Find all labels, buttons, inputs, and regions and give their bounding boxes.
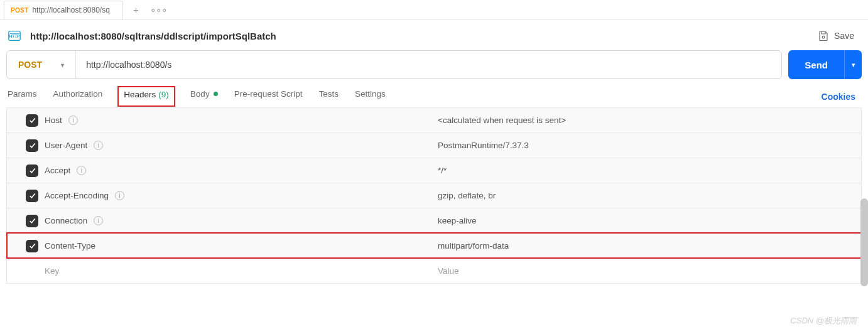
send-button-group: Send ▾ bbox=[788, 50, 862, 79]
info-icon[interactable]: i bbox=[115, 191, 124, 200]
header-value-label: gzip, deflate, br bbox=[438, 191, 496, 200]
header-value-cell[interactable]: */* bbox=[430, 166, 861, 175]
header-value-cell[interactable]: Value bbox=[430, 266, 861, 276]
header-key-label: User-Agent bbox=[45, 141, 87, 150]
row-check-cell bbox=[7, 114, 41, 127]
row-checkbox[interactable] bbox=[26, 240, 38, 252]
header-value-label: PostmanRuntime/7.37.3 bbox=[438, 141, 529, 150]
header-key-label: Content-Type bbox=[45, 241, 95, 251]
method-url-wrap: POST ▾ bbox=[6, 50, 782, 79]
table-row[interactable]: Content-Typemultipart/form-data bbox=[7, 233, 861, 258]
row-check-cell bbox=[7, 164, 41, 177]
request-row: POST ▾ Send ▾ bbox=[0, 50, 868, 79]
header-value-label: <calculated when request is sent> bbox=[438, 116, 566, 125]
tab-body-label: Body bbox=[190, 89, 210, 99]
row-checkbox[interactable] bbox=[26, 190, 38, 202]
tab-headers-label: Headers bbox=[124, 90, 156, 99]
header-key-label: Accept-Encoding bbox=[45, 191, 109, 200]
url-input[interactable] bbox=[86, 60, 771, 70]
tab-options-icon[interactable]: ∘∘∘ bbox=[150, 4, 167, 16]
tab-method-badge: POST bbox=[11, 7, 28, 14]
row-check-cell bbox=[7, 139, 41, 152]
header-key-placeholder: Key bbox=[45, 266, 59, 276]
header-key-cell[interactable]: Connectioni bbox=[41, 216, 430, 225]
tab-url-label: http://localhost:8080/sq bbox=[32, 6, 109, 14]
save-button[interactable]: Save bbox=[813, 28, 859, 44]
header-value-label: keep-alive bbox=[438, 216, 477, 225]
row-check-cell bbox=[7, 240, 41, 252]
new-tab-icon[interactable]: + bbox=[133, 4, 139, 15]
table-row[interactable]: Accept-Encodingigzip, deflate, br bbox=[7, 183, 861, 208]
title-bar: HTTP http://localhost:8080/sqltrans/ddls… bbox=[0, 20, 868, 49]
tab-authorization[interactable]: Authorization bbox=[52, 85, 104, 107]
headers-count-badge: (9) bbox=[158, 90, 169, 99]
header-key-label: Host bbox=[45, 116, 62, 125]
info-icon[interactable]: i bbox=[77, 166, 86, 175]
table-row[interactable]: Accepti*/* bbox=[7, 158, 861, 183]
send-button[interactable]: Send bbox=[788, 50, 844, 79]
cookies-link[interactable]: Cookies bbox=[822, 92, 862, 102]
header-key-cell[interactable]: User-Agenti bbox=[41, 141, 430, 150]
table-row[interactable]: Connectionikeep-alive bbox=[7, 208, 861, 233]
tab-headers[interactable]: Headers (9) bbox=[117, 86, 175, 107]
tab-params[interactable]: Params bbox=[6, 85, 38, 107]
method-select[interactable]: POST ▾ bbox=[7, 51, 76, 78]
header-value-cell[interactable]: gzip, deflate, br bbox=[430, 191, 861, 200]
save-icon bbox=[818, 30, 829, 41]
header-value-label: */* bbox=[438, 166, 447, 175]
info-icon[interactable]: i bbox=[94, 216, 103, 225]
header-key-cell[interactable]: Hosti bbox=[41, 116, 430, 125]
tab-actions: + ∘∘∘ bbox=[133, 4, 167, 16]
row-checkbox[interactable] bbox=[26, 139, 38, 152]
subtab-row: Params Authorization Headers (9) Body Pr… bbox=[0, 79, 868, 107]
info-icon[interactable]: i bbox=[68, 116, 78, 125]
url-input-wrap bbox=[76, 51, 781, 78]
header-key-cell[interactable]: Accepti bbox=[41, 166, 430, 175]
method-label: POST bbox=[18, 60, 42, 70]
header-value-label: multipart/form-data bbox=[438, 241, 509, 251]
header-value-cell[interactable]: keep-alive bbox=[430, 216, 861, 225]
table-row-placeholder[interactable]: KeyValue bbox=[7, 258, 861, 283]
chevron-down-icon: ▾ bbox=[852, 61, 855, 69]
table-row[interactable]: User-AgentiPostmanRuntime/7.37.3 bbox=[7, 132, 861, 158]
row-check-cell bbox=[7, 215, 41, 227]
header-key-cell[interactable]: Key bbox=[41, 266, 430, 276]
request-tab[interactable]: POST http://localhost:8080/sq bbox=[4, 1, 123, 19]
tab-tests[interactable]: Tests bbox=[317, 85, 340, 107]
svg-point-2 bbox=[822, 36, 825, 38]
watermark: CSDN @极光雨雨 bbox=[790, 315, 857, 326]
header-key-label: Accept bbox=[45, 166, 70, 175]
save-label: Save bbox=[834, 31, 854, 41]
http-icon: HTTP bbox=[6, 28, 23, 44]
row-checkbox[interactable] bbox=[26, 114, 38, 127]
send-dropdown-button[interactable]: ▾ bbox=[844, 50, 862, 79]
chevron-down-icon: ▾ bbox=[61, 62, 64, 68]
scrollbar-thumb[interactable] bbox=[860, 198, 868, 286]
tab-body[interactable]: Body bbox=[189, 85, 219, 107]
header-key-cell[interactable]: Accept-Encodingi bbox=[41, 191, 430, 200]
header-value-cell[interactable]: multipart/form-data bbox=[430, 241, 861, 251]
header-key-label: Connection bbox=[45, 216, 87, 225]
headers-table: Hosti<calculated when request is sent>Us… bbox=[6, 107, 862, 284]
tab-prerequest[interactable]: Pre-request Script bbox=[233, 85, 304, 107]
body-modified-dot-icon bbox=[214, 92, 218, 96]
tab-strip: POST http://localhost:8080/sq + ∘∘∘ bbox=[0, 0, 868, 20]
table-row[interactable]: Hosti<calculated when request is sent> bbox=[7, 107, 861, 132]
header-value-placeholder: Value bbox=[438, 266, 459, 276]
header-value-cell[interactable]: <calculated when request is sent> bbox=[430, 116, 861, 125]
page-title: http://localhost:8080/sqltrans/ddlscript… bbox=[30, 31, 276, 41]
row-check-cell bbox=[7, 190, 41, 202]
svg-text:HTTP: HTTP bbox=[9, 34, 20, 38]
header-key-cell[interactable]: Content-Type bbox=[41, 241, 430, 251]
row-checkbox[interactable] bbox=[26, 215, 38, 227]
tab-settings[interactable]: Settings bbox=[354, 85, 387, 107]
header-value-cell[interactable]: PostmanRuntime/7.37.3 bbox=[430, 141, 861, 150]
row-checkbox[interactable] bbox=[26, 164, 38, 177]
info-icon[interactable]: i bbox=[94, 141, 103, 150]
